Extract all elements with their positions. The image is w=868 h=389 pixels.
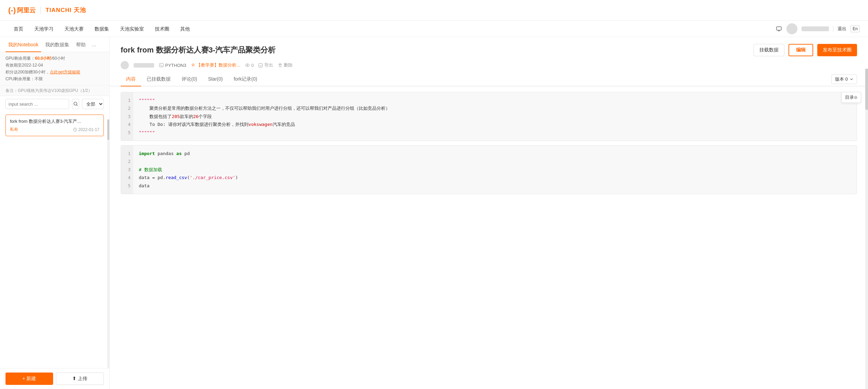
code-area: 12345 """""" 聚类分析是常用的数据分析方法之一，不仅可以帮助我们对用…	[110, 86, 868, 389]
code-content-2: import pandas as pd # 数据加载 data = pd.rea…	[133, 145, 857, 194]
code-line-2-5: data	[139, 182, 851, 190]
gpu-label: GPU剩余用量：	[5, 56, 35, 61]
logout-button[interactable]: 退出	[838, 26, 846, 32]
upload-button[interactable]: ⬆ 上传	[56, 373, 104, 385]
logo[interactable]: (-) 阿里云 TIANCHI 天池	[8, 6, 86, 15]
search-input[interactable]	[5, 99, 69, 109]
tab-comments[interactable]: 评论(0)	[176, 73, 203, 86]
svg-point-5	[247, 64, 248, 66]
content-action-buttons: 挂载数据 编辑 发布至技术圈	[754, 44, 857, 56]
notebook-item-title: fork from 数据分析达人赛3-汽车产...	[10, 118, 99, 125]
notebook-item[interactable]: fork from 数据分析达人赛3-汽车产... 私有 2022-01-17	[5, 115, 104, 136]
code-line-2-3: # 数据加载	[139, 166, 851, 174]
author-avatar	[121, 61, 129, 69]
code-line-1-3: 数据包括了205款车的26个字段	[139, 113, 851, 120]
lang-toggle[interactable]: En	[851, 25, 860, 32]
logo-icon: (-)	[8, 6, 16, 15]
tab-notebook[interactable]: 我的Notebook	[5, 37, 41, 52]
svg-rect-0	[777, 27, 781, 30]
mount-data-button[interactable]: 挂载数据	[754, 44, 784, 56]
tab-content[interactable]: 内容	[121, 73, 141, 86]
svg-rect-3	[159, 63, 163, 67]
points-text: 积分达200加赠30小时，	[5, 70, 50, 74]
code-line-2-1: import pandas as pd	[139, 150, 851, 157]
content-meta-row: PYTHON3 【教学赛】数据分析... 0 导出 删除	[110, 59, 868, 71]
tab-mounted[interactable]: 已挂载数据	[141, 73, 176, 86]
filter-select[interactable]: 全部	[82, 99, 104, 109]
header: (-) 阿里云 TIANCHI 天池	[0, 0, 868, 21]
language-label: PYTHON3	[165, 63, 186, 68]
toc-button[interactable]: 目录⊙	[841, 92, 861, 103]
code-cell-2: 12345 import pandas as pd # 数据加载 data = …	[121, 145, 857, 194]
search-button[interactable]	[72, 99, 79, 109]
gpu-expire: 有效期至2022-12-04	[5, 63, 43, 68]
content-tabs: 内容 已挂载数据 评论(0) Star(0) fork记录(0) 版本 0	[110, 73, 868, 86]
version-selector[interactable]: 版本 0	[831, 74, 857, 84]
nav-item-lab[interactable]: 天池实验室	[114, 21, 149, 37]
content-tabs-left: 内容 已挂载数据 评论(0) Star(0) fork记录(0)	[121, 73, 262, 86]
cpu-label: CPU剩余用量：	[5, 76, 35, 81]
user-avatar[interactable]	[786, 23, 797, 34]
edit-button[interactable]: 编辑	[788, 44, 813, 56]
content-scrollbar[interactable]	[865, 69, 868, 389]
gpu-usage-row: GPU剩余用量：60.0小时/60小时	[5, 56, 104, 61]
sidebar: 我的Notebook 我的数据集 帮助 ... GPU剩余用量：60.0小时/6…	[0, 37, 110, 389]
code-content-1: """""" 聚类分析是常用的数据分析方法之一，不仅可以帮助我们对用户进行分组，…	[133, 92, 857, 141]
tab-help[interactable]: 帮助	[73, 37, 88, 52]
new-notebook-button[interactable]: + 新建	[5, 373, 53, 385]
nav-divider	[833, 26, 833, 32]
code-line-2-4: data = pd.read_csv('./car_price.csv')	[139, 174, 851, 181]
sidebar-tabs: 我的Notebook 我的数据集 帮助 ...	[0, 37, 109, 52]
nav-item-tech[interactable]: 技术圈	[149, 21, 175, 37]
code-line-1-2: 聚类分析是常用的数据分析方法之一，不仅可以帮助我们对用户进行分组，还可以帮我们对…	[139, 104, 851, 112]
line-numbers-1: 12345	[121, 92, 133, 141]
code-line-2-2	[139, 157, 851, 165]
code-cell-1: 12345 """""" 聚类分析是常用的数据分析方法之一，不仅可以帮助我们对用…	[121, 92, 857, 141]
tab-star[interactable]: Star(0)	[203, 73, 228, 86]
code-cell-1-content: 12345 """""" 聚类分析是常用的数据分析方法之一，不仅可以帮助我们对用…	[121, 92, 857, 141]
svg-point-4	[245, 64, 249, 67]
points-link[interactable]: 点此get升级秘籍	[50, 70, 80, 74]
sidebar-search-row: 全部	[0, 96, 109, 112]
language-badge: PYTHON3	[159, 63, 186, 68]
top-nav: 首页 天池学习 天池大赛 数据集 天池实验室 技术圈 其他 退出 En	[0, 21, 868, 37]
cpu-value: 不限	[35, 76, 43, 81]
gpu-total: /60小时	[51, 56, 65, 61]
sidebar-bottom: + 新建 ⬆ 上传	[0, 368, 109, 389]
main-layout: 我的Notebook 我的数据集 帮助 ... GPU剩余用量：60.0小时/6…	[0, 37, 868, 389]
content-scroll-thumb[interactable]	[865, 69, 868, 110]
nav-item-other[interactable]: 其他	[175, 21, 195, 37]
logo-tianchi: TIANCHI 天池	[46, 6, 86, 14]
author-name-blur	[134, 63, 154, 68]
sidebar-scrollbar[interactable]	[107, 119, 109, 368]
message-icon[interactable]	[775, 25, 782, 32]
user-name-blur	[802, 26, 829, 31]
export-action[interactable]: 导出	[258, 62, 273, 68]
cpu-usage-row: CPU剩余用量：不限	[5, 76, 104, 82]
tab-dataset[interactable]: 我的数据集	[42, 37, 72, 52]
nav-item-contest[interactable]: 天池大赛	[59, 21, 89, 37]
nav-item-learn[interactable]: 天池学习	[29, 21, 59, 37]
tab-fork[interactable]: fork记录(0)	[228, 73, 262, 86]
logo-text: 阿里云	[17, 6, 36, 14]
delete-action[interactable]: 删除	[278, 62, 293, 68]
notebook-privacy-badge: 私有	[10, 127, 18, 132]
competition-tag[interactable]: 【教学赛】数据分析...	[191, 62, 240, 68]
gpu-expire-row: 有效期至2022-12-04	[5, 62, 104, 68]
logo-divider-bar	[40, 7, 41, 14]
code-line-1-4: To Do: 请你对该汽车数据进行聚类分析，并找到vokswagen汽车的竞品	[139, 120, 851, 128]
sidebar-gpu-info: GPU剩余用量：60.0小时/60小时 有效期至2022-12-04 积分达20…	[0, 52, 109, 86]
tab-more[interactable]: ...	[90, 37, 98, 52]
publish-button[interactable]: 发布至技术圈	[817, 44, 857, 56]
nav-item-home[interactable]: 首页	[8, 21, 29, 37]
notebook-date: 2022-01-17	[73, 127, 99, 132]
view-count: 0	[245, 63, 254, 68]
content-area: fork from 数据分析达人赛3-汽车产品聚类分析 挂载数据 编辑 发布至技…	[110, 37, 868, 389]
code-line-1-1: """"""	[139, 96, 851, 104]
sidebar-scroll-thumb[interactable]	[107, 119, 109, 140]
gpu-value: 60.0小时	[35, 56, 51, 61]
sidebar-list: fork from 数据分析达人赛3-汽车产... 私有 2022-01-17	[0, 112, 109, 368]
gpu-points-row: 积分达200加赠30小时，点此get升级秘籍	[5, 69, 104, 75]
content-header: fork from 数据分析达人赛3-汽车产品聚类分析 挂载数据 编辑 发布至技…	[110, 37, 868, 59]
nav-item-dataset[interactable]: 数据集	[89, 21, 114, 37]
